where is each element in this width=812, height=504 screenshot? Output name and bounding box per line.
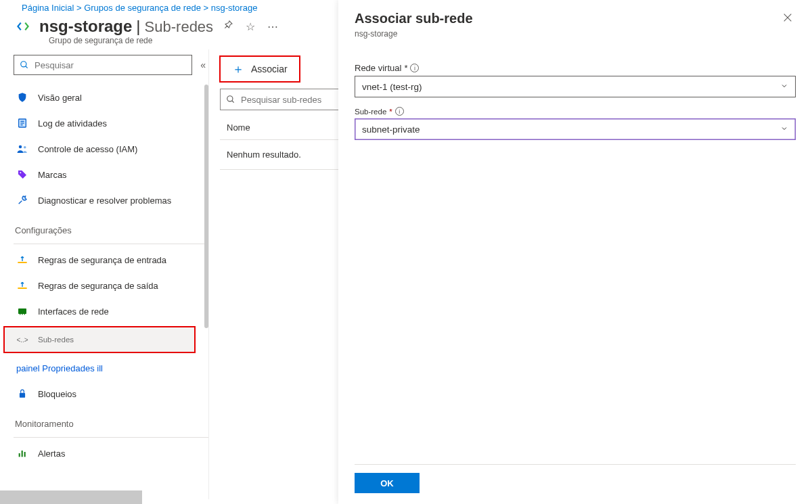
lock-icon [16, 388, 28, 400]
svg-line-1 [26, 66, 28, 68]
sidebar-item-activity-log[interactable]: Log de atividades [14, 110, 208, 136]
svg-rect-18 [24, 452, 26, 457]
svg-point-7 [24, 146, 26, 149]
svg-point-0 [21, 62, 26, 67]
sidebar-item-label: Interfaces de rede [38, 306, 109, 317]
info-icon[interactable]: i [410, 64, 419, 72]
vnet-select-value: vnet-1 (test-rg) [362, 82, 422, 92]
breadcrumb-nsg-list[interactable]: Grupos de segurança de rede [84, 3, 201, 13]
sidebar-item-nics[interactable]: Interfaces de rede [14, 298, 208, 324]
sidebar-item-properties[interactable]: painel Propriedades ill [14, 355, 208, 381]
vnet-label: Rede virtual * i [355, 63, 796, 73]
favorite-icon[interactable]: ☆ [243, 18, 258, 36]
sidebar-section-monitoring: Monitoramento [14, 407, 208, 434]
sidebar-item-overview[interactable]: Visão geral [14, 85, 208, 110]
chevron-down-icon [780, 124, 788, 135]
sidebar-item-diagnose[interactable]: Diagnosticar e resolver problemas [14, 187, 208, 213]
search-icon [20, 60, 29, 70]
blade-title: Associar sub-rede [355, 11, 780, 26]
ok-button[interactable]: OK [355, 473, 420, 493]
close-blade-button[interactable] [780, 11, 796, 28]
subnet-search-input[interactable] [241, 95, 355, 105]
sidebar-item-outbound-rules[interactable]: Regras de segurança de saída [14, 273, 208, 298]
sidebar-item-iam[interactable]: Controle de acesso (IAM) [14, 136, 208, 162]
svg-point-8 [20, 172, 21, 173]
log-icon [16, 117, 28, 129]
svg-rect-12 [20, 313, 20, 315]
wrench-icon [16, 194, 28, 206]
sidebar: « Visão geral Log de atividades C [0, 49, 208, 499]
associate-button[interactable]: ＋ Associar [220, 56, 300, 82]
sidebar-item-label: Controle de acesso (IAM) [38, 144, 137, 154]
inbound-icon [16, 254, 28, 266]
sidebar-item-label: Regras de segurança de saída [38, 281, 158, 291]
collapse-sidebar-icon[interactable]: « [198, 57, 208, 73]
svg-rect-15 [20, 393, 25, 398]
sidebar-item-locks[interactable]: Bloqueios [14, 381, 208, 407]
sidebar-item-label: painel Propriedades ill [16, 363, 103, 373]
page-title: nsg-storage | Sub-redes [39, 17, 213, 36]
sidebar-item-label: Log de atividades [38, 118, 107, 129]
divider [14, 437, 208, 438]
sidebar-item-label: Marcas [38, 170, 67, 180]
svg-point-19 [227, 96, 233, 101]
sidebar-search-input[interactable] [35, 60, 186, 70]
svg-line-20 [232, 101, 234, 103]
sidebar-section-settings: Configurações [14, 213, 208, 241]
associate-subnet-blade: Associar sub-rede nsg-storage Rede virtu… [338, 0, 812, 504]
subnet-icon: <..> [16, 334, 28, 346]
subnet-select-value: subnet-private [362, 124, 420, 135]
sidebar-item-label: Bloqueios [38, 389, 76, 399]
svg-rect-16 [19, 453, 20, 457]
scrollbar[interactable] [204, 85, 208, 328]
svg-rect-13 [22, 313, 22, 315]
bottom-placeholder [0, 490, 142, 504]
associate-button-label: Associar [251, 64, 288, 74]
subnet-select[interactable]: subnet-private [355, 118, 796, 140]
svg-rect-17 [22, 451, 23, 457]
divider [14, 244, 208, 244]
search-icon [226, 95, 235, 104]
tag-icon [16, 168, 28, 181]
people-icon [16, 143, 28, 155]
sidebar-item-inbound-rules[interactable]: Regras de segurança de entrada [14, 247, 208, 273]
svg-point-6 [19, 145, 22, 149]
shield-icon [16, 91, 28, 104]
sidebar-item-label: Sub-redes [38, 336, 74, 344]
info-icon[interactable]: i [395, 107, 404, 116]
sidebar-item-label: Diagnosticar e resolver problemas [38, 196, 171, 206]
close-icon [782, 12, 793, 23]
pin-icon[interactable] [220, 17, 236, 36]
nic-icon [16, 305, 28, 317]
sidebar-item-alerts[interactable]: Alertas [14, 440, 208, 466]
chevron-down-icon [780, 82, 788, 92]
blade-subtitle: nsg-storage [355, 29, 780, 39]
plus-icon: ＋ [232, 61, 244, 77]
svg-rect-14 [24, 313, 25, 315]
sidebar-item-label: Regras de segurança de entrada [38, 255, 166, 265]
alerts-icon [16, 447, 28, 459]
subnet-label: Sub-rede* i [355, 107, 796, 116]
nsg-icon [14, 17, 32, 36]
sidebar-item-tags[interactable]: Marcas [14, 162, 208, 187]
more-icon[interactable]: ⋯ [265, 18, 281, 36]
vnet-select[interactable]: vnet-1 (test-rg) [355, 76, 796, 97]
sidebar-item-label: Visão geral [38, 93, 82, 103]
sidebar-search[interactable] [14, 55, 192, 75]
breadcrumb-home[interactable]: Página Inicial [22, 3, 74, 13]
outbound-icon [16, 279, 28, 292]
breadcrumb-resource[interactable]: nsg-storage [211, 3, 258, 13]
sidebar-item-label: Alertas [38, 449, 65, 459]
sidebar-item-subnets[interactable]: <..> Sub-redes [4, 327, 195, 352]
